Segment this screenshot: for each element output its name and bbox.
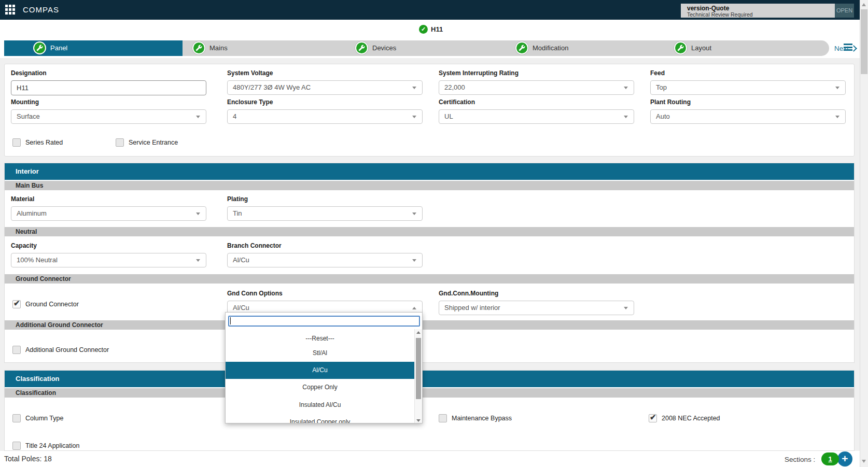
service-entrance-checkbox[interactable]: Service Entrance: [116, 138, 178, 147]
series-rated-checkbox[interactable]: Series Rated: [12, 138, 63, 147]
next-label: Next: [834, 45, 849, 52]
scroll-down-icon[interactable]: [862, 460, 866, 463]
page-scrollbar: [860, 0, 868, 467]
dropdown-option-stl-al[interactable]: Stl/Al: [226, 345, 414, 361]
gnd-conn-options-dropdown: ---Reset--- Stl/Al Al/Cu Copper Only Ins…: [225, 312, 423, 423]
classification-card: Classification Classification Column Typ…: [4, 370, 855, 451]
branch-connector-label: Branch Connector: [227, 242, 423, 249]
gnd-conn-options-label: Gnd Conn Options: [227, 290, 423, 297]
scroll-down-icon[interactable]: [416, 419, 421, 422]
wrench-icon: [674, 41, 687, 54]
system-interrupting-rating-label: System Interrupting Rating: [439, 69, 634, 77]
dropdown-option-copper-only[interactable]: Copper Only: [226, 379, 414, 395]
sections-label: Sections :: [785, 456, 815, 463]
tab-modification[interactable]: Modification: [501, 40, 660, 56]
checkbox-unchecked[interactable]: [12, 346, 21, 354]
scrollbar-thumb[interactable]: [416, 338, 421, 399]
dropdown-option-insulated-copper-only[interactable]: Insulated Copper only: [226, 414, 414, 423]
wizard-tab-bar: Panel Mains Devices Modification Lay: [4, 40, 829, 56]
caret-down-icon: [412, 213, 416, 215]
checkbox-unchecked[interactable]: [12, 414, 21, 422]
caret-down-icon: [196, 259, 200, 262]
caret-down-icon: [412, 87, 416, 89]
tab-layout[interactable]: Layout: [660, 40, 829, 56]
dropdown-scrollbar: [414, 329, 422, 423]
certification-label: Certification: [439, 98, 634, 106]
certification-select[interactable]: UL: [439, 109, 634, 124]
classification-subheader: Classification: [5, 388, 854, 398]
tab-mains[interactable]: Mains: [183, 40, 342, 56]
mounting-label: Mounting: [11, 98, 206, 106]
system-voltage-select[interactable]: 480Y/277 3Ø 4W Wye AC: [227, 80, 423, 95]
app-launcher-grid-icon[interactable]: [5, 5, 15, 15]
app-title: COMPAS: [23, 0, 59, 20]
feed-label: Feed: [650, 69, 846, 77]
designation-label: Designation: [11, 69, 206, 77]
mounting-select[interactable]: Surface: [11, 109, 206, 124]
enclosure-type-select[interactable]: 4: [227, 109, 423, 124]
designation-input[interactable]: [11, 80, 206, 95]
checkbox-unchecked[interactable]: [439, 414, 447, 422]
item-label: H11: [431, 25, 443, 33]
tab-label: Layout: [691, 44, 711, 52]
tab-label: Modification: [533, 44, 568, 52]
total-poles-text: Total Poles: 18: [4, 455, 52, 463]
additional-ground-connector-header: Additional Ground Connector: [5, 320, 854, 330]
add-section-button[interactable]: +: [837, 451, 852, 466]
caret-down-icon: [196, 116, 200, 118]
version-box: version-Quote Technical Review Required …: [681, 4, 854, 18]
checkbox-unchecked[interactable]: [116, 138, 124, 147]
plating-select[interactable]: Tin: [227, 206, 423, 221]
caret-down-icon: [624, 87, 628, 89]
nec-accepted-checkbox[interactable]: ✔ 2008 NEC Accepted: [649, 414, 720, 422]
checkbox-unchecked[interactable]: [12, 442, 21, 450]
capacity-select[interactable]: 100% Neutral: [11, 253, 206, 267]
checkbox-checked[interactable]: ✔: [649, 414, 657, 422]
column-type-checkbox[interactable]: Column Type: [12, 414, 63, 422]
maintenance-bypass-checkbox[interactable]: Maintenance Bypass: [439, 414, 512, 422]
caret-down-icon: [835, 116, 839, 118]
plant-routing-select[interactable]: Auto: [650, 109, 846, 124]
plating-label: Plating: [227, 195, 423, 203]
dropdown-option-insulated-al-cu[interactable]: Insulated Al/Cu: [226, 397, 414, 413]
checkbox-checked[interactable]: ✔: [12, 300, 21, 308]
tab-devices[interactable]: Devices: [342, 40, 501, 56]
version-title: version-Quote: [687, 5, 729, 12]
checkbox-unchecked[interactable]: [12, 138, 21, 147]
dropdown-option-al-cu[interactable]: Al/Cu: [226, 362, 414, 379]
ground-connector-header: Ground Connector: [5, 274, 854, 284]
ground-connector-checkbox[interactable]: ✔ Ground Connector: [12, 300, 79, 308]
gnd-conn-mounting-select[interactable]: Shipped w/ interior: [439, 301, 634, 315]
scroll-up-icon[interactable]: [862, 3, 866, 6]
plant-routing-label: Plant Routing: [650, 98, 846, 106]
branch-connector-select[interactable]: Al/Cu: [227, 253, 423, 267]
top-bar: COMPAS version-Quote Technical Review Re…: [0, 0, 868, 20]
caret-down-icon: [835, 87, 839, 89]
main-bus-header: Main Bus: [5, 181, 854, 190]
feed-select[interactable]: Top: [650, 80, 846, 95]
dropdown-search-input[interactable]: [228, 316, 420, 327]
system-voltage-label: System Voltage: [227, 69, 423, 77]
open-button[interactable]: OPEN: [835, 4, 854, 18]
panel-general-card: Designation System Voltage 480Y/277 3Ø 4…: [4, 64, 855, 157]
version-status: Technical Review Required: [687, 11, 753, 18]
gnd-conn-mounting-label: Gnd.Conn.Mounting: [439, 290, 634, 297]
next-button[interactable]: Next: [834, 40, 856, 56]
footer-bar: Total Poles: 18 Sections : + 1: [0, 451, 868, 467]
text-cursor: [230, 317, 231, 324]
tab-panel[interactable]: Panel: [4, 40, 183, 56]
caret-down-icon: [624, 307, 628, 309]
dropdown-option-reset[interactable]: ---Reset---: [226, 331, 414, 346]
classification-header: Classification: [5, 371, 854, 387]
system-interrupting-rating-select[interactable]: 22,000: [439, 80, 634, 95]
tab-label: Devices: [372, 44, 396, 52]
section-count-badge[interactable]: 1: [821, 452, 839, 465]
title-24-application-checkbox[interactable]: Title 24 Application: [12, 442, 79, 450]
material-select[interactable]: Aluminum: [11, 206, 206, 221]
item-tab-h11[interactable]: ✓ H11: [419, 24, 443, 34]
scrollbar-thumb[interactable]: [861, 9, 867, 74]
scroll-up-icon[interactable]: [416, 331, 421, 334]
capacity-label: Capacity: [11, 242, 206, 249]
interior-header: Interior: [5, 163, 854, 180]
additional-ground-connector-checkbox[interactable]: Additional Ground Connector: [12, 346, 109, 354]
